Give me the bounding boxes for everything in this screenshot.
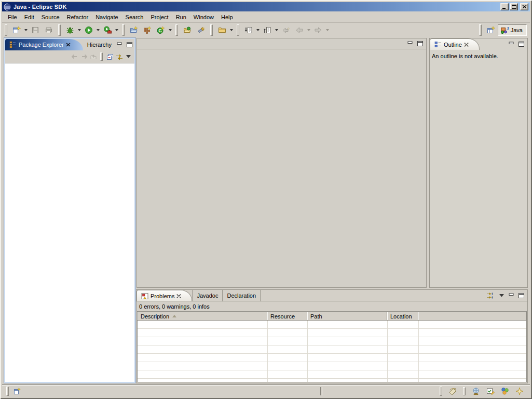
tab-problems[interactable]: Problems — [137, 290, 192, 301]
toolbar-grip[interactable] — [122, 24, 125, 36]
view-menu-icon[interactable] — [125, 54, 132, 60]
forward-dropdown[interactable] — [325, 24, 330, 36]
svg-text:C: C — [158, 28, 161, 33]
fast-view-button[interactable] — [12, 386, 22, 396]
forward-button[interactable] — [311, 24, 325, 36]
whats-new-button[interactable] — [514, 386, 525, 396]
view-menu-icon[interactable] — [498, 292, 506, 299]
run-external-tools-dropdown[interactable] — [114, 24, 119, 36]
close-icon[interactable] — [464, 43, 469, 47]
editor-canvas[interactable] — [137, 49, 426, 287]
tab-outline[interactable]: Outline — [430, 38, 480, 50]
problems-view-buttons — [485, 290, 527, 301]
tab-declaration[interactable]: Declaration — [223, 290, 261, 301]
toolbar-grip[interactable] — [210, 24, 213, 36]
toolbar-grip[interactable] — [175, 24, 178, 36]
back-icon — [295, 26, 304, 34]
java-perspective-icon: J — [500, 26, 509, 34]
new-wizard-button[interactable] — [10, 24, 23, 36]
forward-icon[interactable] — [80, 54, 88, 60]
up-icon[interactable] — [89, 54, 97, 60]
toolbar-grip[interactable] — [237, 24, 239, 36]
samples-button[interactable] — [500, 386, 510, 396]
problems-table-body[interactable] — [138, 321, 526, 382]
previous-annotation-button[interactable] — [261, 24, 274, 36]
column-header-location[interactable]: Location — [387, 312, 418, 321]
open-perspective-button[interactable] — [484, 24, 498, 36]
menu-run[interactable]: Run — [172, 13, 190, 21]
welcome-tag-button[interactable] — [447, 386, 458, 396]
debug-button[interactable] — [63, 24, 77, 36]
menu-help[interactable]: Help — [217, 13, 237, 21]
maximize-view-icon[interactable] — [517, 41, 525, 48]
column-header-description[interactable]: Description — [138, 312, 267, 321]
close-icon[interactable] — [176, 294, 181, 298]
collapse-all-icon[interactable] — [106, 54, 114, 60]
print-icon — [45, 26, 53, 34]
problems-tabrow: Problems Javadoc Declaration — [137, 290, 527, 301]
new-java-class-button[interactable]: C — [154, 24, 168, 36]
tab-package-explorer[interactable]: Package Explorer — [5, 39, 83, 50]
run-dropdown[interactable] — [96, 24, 101, 36]
back-button[interactable] — [293, 24, 306, 36]
minimize-view-icon[interactable] — [406, 41, 414, 47]
close-icon[interactable] — [66, 43, 71, 47]
maximize-view-icon[interactable] — [517, 292, 525, 299]
link-with-editor-icon[interactable] — [115, 54, 123, 60]
menu-project[interactable]: Project — [147, 13, 172, 21]
toolbar-grip[interactable] — [479, 24, 482, 36]
titlebar[interactable]: Java - Eclipse SDK — [2, 2, 530, 11]
menu-search[interactable]: Search — [122, 13, 147, 21]
new-wizard-dropdown[interactable] — [23, 24, 29, 36]
minimize-view-icon[interactable] — [116, 42, 124, 48]
package-explorer-tree[interactable] — [5, 63, 134, 382]
debug-dropdown[interactable] — [77, 24, 82, 36]
minimize-view-icon[interactable] — [508, 292, 515, 299]
new-java-package-button[interactable] — [141, 24, 154, 36]
statusbar — [2, 384, 530, 397]
maximize-view-icon[interactable] — [126, 42, 133, 48]
main-toolbar: C J Java — [2, 22, 530, 37]
search-button[interactable] — [194, 24, 208, 36]
tab-package-explorer-label: Package Explorer — [19, 42, 64, 48]
menu-edit[interactable]: Edit — [21, 13, 38, 21]
svg-text:J: J — [507, 26, 509, 31]
open-folder-button[interactable] — [215, 24, 229, 36]
back-icon[interactable] — [71, 54, 78, 60]
close-button[interactable] — [520, 3, 528, 10]
filter-icon[interactable] — [485, 292, 496, 299]
outline-view: Outline An outline is not available. — [429, 38, 528, 288]
maximize-button[interactable] — [510, 3, 518, 10]
menu-source[interactable]: Source — [38, 13, 63, 21]
back-dropdown[interactable] — [306, 24, 311, 36]
new-java-class-dropdown[interactable] — [168, 24, 173, 36]
open-folder-dropdown[interactable] — [229, 24, 234, 36]
new-java-package-icon — [143, 26, 152, 34]
menu-file[interactable]: File — [4, 13, 21, 21]
menu-refactor[interactable]: Refactor — [63, 13, 92, 21]
last-edit-location-button[interactable] — [279, 24, 293, 36]
column-header-path[interactable]: Path — [307, 312, 387, 321]
toolbar-grip[interactable] — [58, 24, 61, 36]
print-button[interactable] — [42, 24, 56, 36]
toolbar-grip[interactable] — [5, 24, 7, 36]
next-annotation-button[interactable] — [242, 24, 255, 36]
tab-hierarchy[interactable]: Hierarchy — [83, 39, 116, 50]
tab-javadoc[interactable]: Javadoc — [192, 290, 223, 301]
run-button[interactable] — [82, 24, 96, 36]
previous-annotation-dropdown[interactable] — [274, 24, 279, 36]
tutorials-button[interactable] — [485, 386, 496, 396]
save-button[interactable] — [29, 24, 42, 36]
next-annotation-dropdown[interactable] — [255, 24, 261, 36]
menu-window[interactable]: Window — [190, 13, 217, 21]
maximize-view-icon[interactable] — [416, 41, 424, 47]
new-java-project-button[interactable] — [127, 24, 141, 36]
run-external-tools-button[interactable] — [101, 24, 114, 36]
minimize-button[interactable] — [500, 3, 509, 10]
open-type-button[interactable] — [181, 24, 194, 36]
menu-navigate[interactable]: Navigate — [92, 13, 121, 21]
overview-globe-button[interactable] — [471, 386, 481, 396]
java-perspective-button[interactable]: J Java — [498, 24, 527, 36]
column-header-resource[interactable]: Resource — [267, 312, 307, 321]
minimize-view-icon[interactable] — [508, 41, 515, 48]
